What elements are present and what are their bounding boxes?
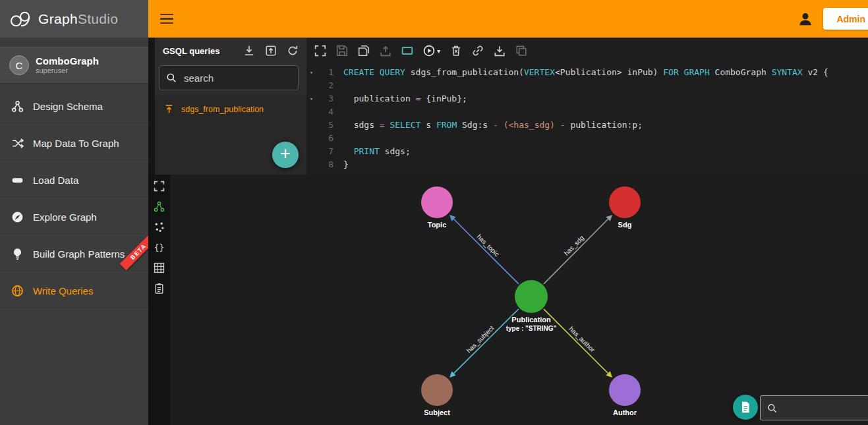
graph-name: ComboGraph <box>36 55 99 67</box>
editor-fullscreen-button[interactable] <box>314 45 326 57</box>
run-query-button[interactable] <box>423 45 435 57</box>
sidebar-item-write-queries[interactable]: Write Queries <box>0 273 148 310</box>
node-sublabel: type : "STRING" <box>506 325 557 332</box>
sidebar-item-map-data[interactable]: Map Data To Graph <box>0 125 148 162</box>
edge-has_author[interactable] <box>544 309 608 373</box>
save-all-icon <box>358 45 370 57</box>
add-query-button[interactable]: + <box>272 142 299 168</box>
logo-text: GraphStudio <box>38 11 118 27</box>
main-area: Admin GSQL queries <box>148 0 868 425</box>
save-query-button[interactable] <box>336 45 348 57</box>
interpret-mode-button[interactable] <box>401 45 413 57</box>
share-query-button[interactable] <box>472 45 484 57</box>
schema-view-button[interactable] <box>154 201 165 212</box>
code-line[interactable]: 4 <box>306 105 868 119</box>
refresh-queries-button[interactable] <box>287 45 299 57</box>
top-bar: Admin <box>148 0 868 38</box>
line-number: 8 <box>316 158 333 171</box>
content: GSQL queries <box>148 38 868 425</box>
line-number: 3 <box>316 92 333 105</box>
json-view-button[interactable]: {} <box>154 242 165 253</box>
query-search-box <box>159 65 299 90</box>
delete-query-button[interactable] <box>450 45 462 57</box>
design-schema-icon <box>11 100 24 113</box>
duplicate-query-button[interactable] <box>515 45 527 57</box>
code-line[interactable]: 6 <box>306 132 868 145</box>
graph-toolbar: {} <box>148 175 170 425</box>
save-all-queries-button[interactable] <box>358 45 370 57</box>
schema-icon <box>154 201 165 212</box>
sidebar-item-label: Explore Graph <box>33 212 97 223</box>
edge-has_topic[interactable] <box>453 219 518 283</box>
graph-search-input[interactable] <box>783 403 862 414</box>
code-line[interactable]: 8} <box>306 158 868 171</box>
user-icon[interactable] <box>797 11 814 28</box>
layout-button[interactable] <box>154 221 165 233</box>
query-editor: ▾ <box>306 38 868 175</box>
sidebar-item-load-data[interactable]: Load Data <box>0 162 148 199</box>
edge-has_subject[interactable] <box>454 309 519 374</box>
table-view-button[interactable] <box>154 262 165 273</box>
sidebar-item-label: Build Graph Patterns <box>33 248 125 260</box>
sidebar-nav: Design Schema Map Data To Graph Load Dat… <box>0 88 148 310</box>
sidebar-item-build-patterns[interactable]: Build Graph Patterns BETA <box>0 236 148 273</box>
code-line[interactable]: ▾3 publication = {inPub}; <box>306 92 868 105</box>
fold-gutter <box>306 132 316 145</box>
interpret-icon <box>401 45 413 57</box>
query-search-input[interactable] <box>183 72 291 84</box>
logo-text-primary: Graph <box>38 11 78 26</box>
sidebar-item-label: Write Queries <box>33 285 93 297</box>
graph-search-box <box>760 395 868 420</box>
refresh-queries-icon <box>287 45 299 57</box>
node-Publication[interactable] <box>515 280 548 313</box>
download-icon <box>494 45 506 57</box>
search-icon <box>767 403 777 413</box>
code-text: sdgs = SELECT s FROM Sdg:s - (<has_sdg) … <box>333 119 643 132</box>
query-list-item[interactable]: sdgs_from_publication <box>155 96 306 123</box>
import-queries-button[interactable] <box>265 45 277 57</box>
install-query-button[interactable] <box>380 45 391 57</box>
admin-button[interactable]: Admin <box>823 8 868 30</box>
app-logo[interactable]: GraphStudio <box>0 0 148 38</box>
run-options-caret-icon[interactable]: ▾ <box>437 47 440 55</box>
gsql-queries-panel: GSQL queries <box>148 38 306 175</box>
fold-marker-icon[interactable]: ▾ <box>306 92 316 105</box>
report-icon <box>154 283 165 294</box>
fullscreen-icon <box>314 45 326 57</box>
download-queries-button[interactable] <box>243 45 255 57</box>
top-bar-right: Admin <box>797 8 868 30</box>
fold-marker-icon[interactable]: ▾ <box>306 66 316 79</box>
graph-fullscreen-button[interactable] <box>154 181 165 192</box>
menu-icon[interactable] <box>160 14 173 24</box>
graphstudio-logo-icon <box>8 10 33 28</box>
line-number: 2 <box>316 79 333 92</box>
code-lines[interactable]: ▾1CREATE QUERY sdgs_from_publication(VER… <box>306 64 868 175</box>
sidebar-item-explore-graph[interactable]: Explore Graph <box>0 199 148 236</box>
edge-label: has_topic <box>475 233 500 258</box>
node-Subject[interactable] <box>421 374 453 406</box>
code-line[interactable]: ▾1CREATE QUERY sdgs_from_publication(VER… <box>306 66 868 79</box>
load-data-icon <box>11 174 24 186</box>
node-label: Subject <box>424 409 450 416</box>
code-line[interactable]: 5 sdgs = SELECT s FROM Sdg:s - (<has_sdg… <box>306 119 868 132</box>
code-text: CREATE QUERY sdgs_from_publication(VERTE… <box>333 66 828 79</box>
node-label: Topic <box>428 221 447 229</box>
node-Topic[interactable] <box>421 186 453 218</box>
code-line[interactable]: 7 PRINT sdgs; <box>306 145 868 158</box>
node-label: Author <box>613 409 637 416</box>
edge-has_sdg[interactable] <box>544 219 608 284</box>
graph-canvas[interactable]: has_topichas_sdghas_subjecthas_authorTop… <box>170 175 868 425</box>
saved-query-icon <box>164 104 174 114</box>
sidebar-item-design-schema[interactable]: Design Schema <box>0 88 148 125</box>
download-query-button[interactable] <box>494 45 506 57</box>
download-queries-icon <box>243 45 255 57</box>
fold-gutter <box>306 145 316 158</box>
node-Sdg[interactable] <box>609 186 641 218</box>
code-line[interactable]: 2 <box>306 79 868 92</box>
view-result-button[interactable] <box>733 395 758 420</box>
active-graph-tile[interactable]: C ComboGraph superuser <box>0 47 148 84</box>
graphstudio-app: GraphStudio C ComboGraph superuser Desig… <box>0 0 868 425</box>
report-button[interactable] <box>154 283 165 294</box>
node-Author[interactable] <box>609 374 641 406</box>
map-data-icon <box>11 137 24 150</box>
